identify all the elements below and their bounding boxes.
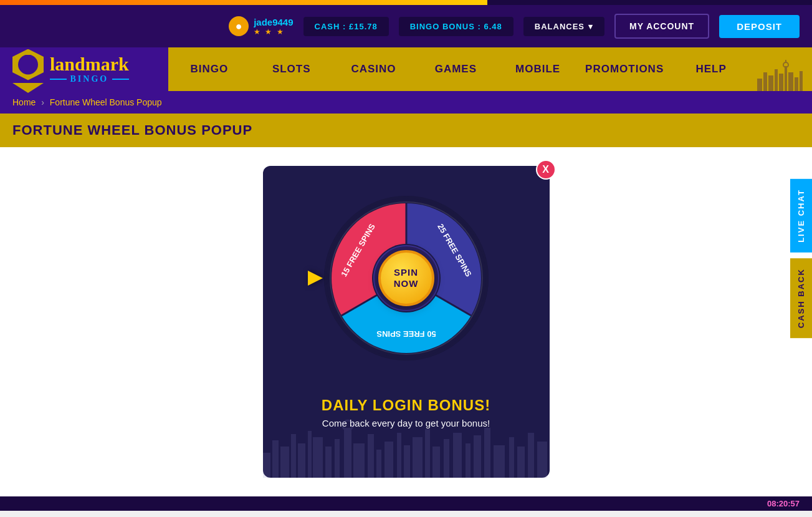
svg-rect-41 [432,447,440,478]
svg-rect-34 [368,434,374,478]
main-nav: BINGO SLOTS CASINO GAMES MOBILE PROMOTIO… [168,47,812,91]
nav-mobile[interactable]: MOBILE [497,47,579,91]
progress-fill [0,0,487,5]
fortune-wheel: 15 FREE SPINS 25 FREE SPINS 50 FREE SPIN… [319,191,494,365]
breadcrumb-home[interactable]: Home [12,97,36,107]
cash-balance: CASH : £15.78 [303,17,389,36]
svg-rect-28 [313,437,323,478]
nav-slots[interactable]: SLOTS [251,47,333,91]
right-sidebar: LIVE CHAT CASH BACK [790,179,812,339]
svg-rect-35 [376,450,381,478]
spin-now-button[interactable]: SPIN NOW [378,250,434,306]
city-skyline-decoration [752,47,812,91]
svg-rect-8 [800,71,803,91]
bingo-bonus-balance: BINGO BONUS : 6.48 [399,17,513,36]
breadcrumb-separator: › [41,97,44,107]
balances-button[interactable]: BALANCES ▾ [523,17,604,36]
nav-casino[interactable]: CASINO [333,47,415,91]
breadcrumb-current: Fortune Wheel Bonus Popup [50,97,162,107]
chevron-down-icon: ▾ [588,22,593,31]
user-stars: ★ ★ ★ [254,27,293,36]
svg-rect-48 [509,437,514,478]
logo-text: landmark BINGO [50,55,129,84]
user-avatar-icon: ● [229,16,249,36]
cash-back-button[interactable]: CASH BACK [790,258,812,338]
svg-rect-6 [788,72,793,91]
my-account-button[interactable]: MY ACCOUNT [614,14,709,39]
logo-icon [12,49,44,80]
user-info: ● jade9449 ★ ★ ★ [229,16,293,36]
svg-rect-7 [795,77,798,91]
popup-close-button[interactable]: X [536,160,556,180]
fortune-wheel-popup: X [263,166,550,478]
city-silhouette [263,415,550,478]
svg-rect-29 [325,447,332,478]
daily-login-bonus-title: DAILY LOGIN BONUS! [322,397,490,414]
username: jade9449 [254,17,293,27]
breadcrumb: Home › Fortune Wheel Bonus Popup [0,91,812,114]
main-content: X [0,147,812,496]
svg-rect-33 [353,443,365,478]
svg-rect-2 [768,75,773,91]
svg-rect-36 [385,442,393,478]
nav-promotions[interactable]: PROMOTIONS [579,47,670,91]
wheel-pointer [308,271,323,286]
svg-rect-26 [298,443,305,478]
logo-area: landmark BINGO [0,47,168,91]
svg-rect-46 [484,428,490,478]
svg-rect-4 [779,74,783,91]
svg-rect-23 [272,440,279,478]
svg-rect-38 [404,445,410,478]
svg-rect-44 [466,443,470,478]
svg-rect-27 [308,431,312,478]
svg-rect-0 [757,79,762,91]
svg-rect-3 [775,69,778,91]
svg-rect-30 [335,439,340,478]
nav-bingo[interactable]: BINGO [168,47,251,91]
svg-rect-50 [528,433,534,478]
top-bar: ● jade9449 ★ ★ ★ CASH : £15.78 BINGO BON… [0,5,812,47]
svg-rect-24 [280,447,289,478]
page-title-bar: FORTUNE WHEEL BONUS POPUP [0,114,812,147]
svg-rect-22 [263,453,270,478]
svg-rect-37 [397,433,401,478]
svg-rect-40 [425,429,430,478]
live-chat-button[interactable]: LIVE CHAT [790,179,812,253]
svg-rect-5 [785,66,787,91]
page-title: FORTUNE WHEEL BONUS POPUP [12,122,800,138]
svg-rect-51 [537,442,547,478]
svg-rect-31 [344,428,351,478]
progress-bar [0,0,812,5]
svg-rect-49 [517,447,525,478]
deposit-button[interactable]: DEPOSIT [719,15,800,38]
clock-display: 08:20:57 [767,499,800,508]
nav-help[interactable]: HELP [670,47,752,91]
svg-rect-45 [474,435,481,478]
nav-games[interactable]: GAMES [414,47,497,91]
svg-rect-42 [444,439,449,478]
svg-rect-39 [413,437,423,478]
clock-bar: 08:20:57 [0,496,812,511]
svg-text:50 FREE SPINS: 50 FREE SPINS [376,329,436,339]
header: landmark BINGO BINGO SLOTS CASINO GAMES … [0,47,812,91]
svg-rect-1 [763,72,767,91]
svg-rect-47 [494,445,505,478]
svg-rect-25 [291,434,296,478]
svg-rect-43 [453,433,462,478]
